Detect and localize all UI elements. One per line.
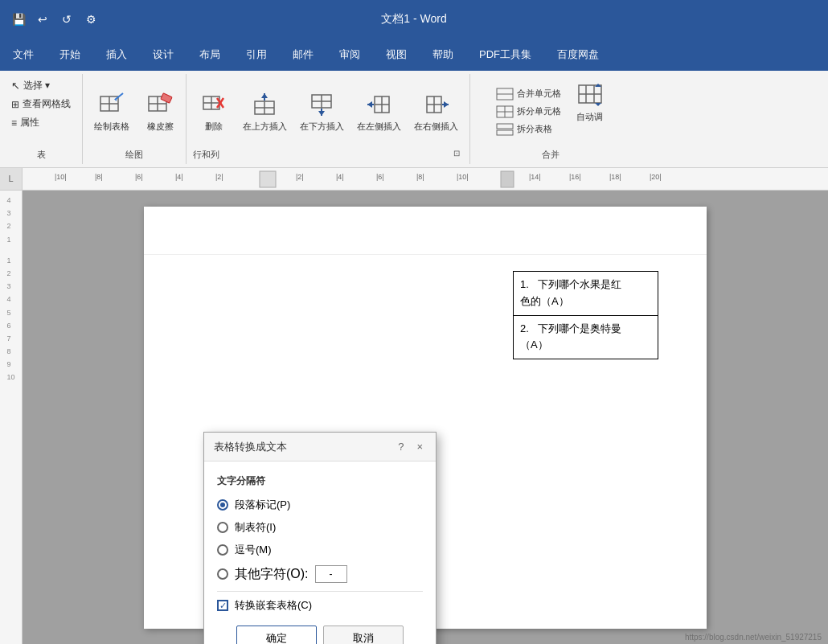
- dialog-close-btn[interactable]: ×: [413, 439, 426, 454]
- menu-reference[interactable]: 引用: [233, 39, 280, 71]
- menu-design[interactable]: 设计: [140, 39, 187, 71]
- dialog-controls: ? ×: [395, 439, 426, 454]
- svg-text:|20|: |20|: [650, 173, 662, 181]
- horizontal-ruler: |10| |8| |6| |4| |2| |2| |4| |6| |8| |10…: [23, 168, 828, 190]
- dialog-ok-btn[interactable]: 确定: [236, 626, 317, 644]
- dialog-titlebar: 表格转换成文本 ? ×: [204, 433, 436, 461]
- ribbon: ↖ 选择 ▾ ⊞ 查看网格线 ≡ 属性 表: [0, 71, 828, 168]
- svg-text:|2|: |2|: [215, 173, 223, 181]
- cursor-icon: ↖: [11, 80, 20, 92]
- title-left-controls: 💾 ↩ ↺ ⚙: [0, 10, 109, 28]
- rows-dialog-launcher[interactable]: ⊡: [453, 149, 463, 158]
- svg-text:|14|: |14|: [529, 173, 541, 181]
- dialog-body: 文字分隔符 段落标记(P) 制表符(I) 逗号(M): [204, 461, 436, 644]
- ribbon-group-merge-label: 合并: [542, 146, 560, 161]
- menu-view[interactable]: 视图: [373, 39, 420, 71]
- svg-text:|2|: |2|: [296, 173, 304, 181]
- ribbon-draw-table-btn[interactable]: 绘制表格: [89, 87, 134, 136]
- menu-file[interactable]: 文件: [0, 39, 47, 71]
- undo-icon[interactable]: ↩: [34, 10, 51, 28]
- autofit-label: 自动调: [576, 111, 603, 123]
- save-icon[interactable]: 💾: [10, 10, 27, 28]
- menu-insert[interactable]: 插入: [93, 39, 140, 71]
- ribbon-group-table-label: 表: [37, 146, 46, 161]
- radio-other-circle[interactable]: [217, 568, 228, 580]
- ruler-bar: L |10| |8| |6| |4| |2| |2| |4| |6| |8| |…: [0, 168, 828, 191]
- ribbon-split-cells-btn[interactable]: 拆分单元格: [491, 104, 566, 120]
- radio-comma-label: 逗号(M): [235, 543, 272, 557]
- radio-comma-circle: [217, 544, 228, 556]
- svg-text:|6|: |6|: [135, 173, 143, 181]
- draw-table-icon: [97, 90, 126, 119]
- radio-paragraph-label: 段落标记(P): [235, 498, 290, 512]
- ribbon-insert-above-btn[interactable]: 在上方插入: [238, 87, 292, 136]
- ribbon-autofit-btn[interactable]: 自动调: [569, 77, 611, 126]
- svg-marker-46: [595, 103, 601, 106]
- dialog-divider: [217, 591, 423, 592]
- ribbon-insert-right-btn[interactable]: 在右侧插入: [409, 87, 463, 136]
- ribbon-content: ↖ 选择 ▾ ⊞ 查看网格线 ≡ 属性 表: [0, 71, 828, 167]
- redo-icon[interactable]: ↺: [58, 10, 76, 28]
- checkbox-nested-label: 转换嵌套表格(C): [235, 598, 312, 613]
- ribbon-group-table: ↖ 选择 ▾ ⊞ 查看网格线 ≡ 属性 表: [0, 74, 83, 164]
- dialog-cancel-btn[interactable]: 取消: [323, 626, 404, 644]
- menu-mail[interactable]: 邮件: [280, 39, 326, 71]
- table-cell-2: 2. 下列哪个是奥特曼（A）: [514, 315, 658, 359]
- insert-above-label: 在上方插入: [243, 121, 287, 133]
- menu-help[interactable]: 帮助: [420, 39, 466, 71]
- dialog-help-btn[interactable]: ?: [395, 439, 407, 454]
- menu-home[interactable]: 开始: [47, 39, 93, 71]
- ribbon-gridlines-btn[interactable]: ⊞ 查看网格线: [6, 96, 76, 113]
- ribbon-merge-cells-btn[interactable]: 合并单元格: [491, 86, 566, 102]
- table-row: 1. 下列哪个水果是红色的（A）: [514, 272, 658, 316]
- menu-review[interactable]: 审阅: [326, 39, 373, 71]
- ribbon-insert-below-btn[interactable]: 在下方插入: [295, 87, 349, 136]
- customize-icon[interactable]: ⚙: [82, 10, 100, 28]
- split-cells-label: 拆分单元格: [517, 105, 561, 117]
- table-row: 2. 下列哪个是奥特曼（A）: [514, 315, 658, 359]
- insert-right-label: 在右侧插入: [414, 121, 458, 133]
- props-icon: ≡: [11, 117, 17, 129]
- radio-other-row: 其他字符(O):: [217, 565, 423, 583]
- ribbon-group-draw: 绘制表格 橡皮擦 绘图: [83, 74, 187, 164]
- menu-pdf[interactable]: PDF工具集: [466, 39, 544, 71]
- ribbon-properties-btn[interactable]: ≡ 属性: [6, 114, 44, 131]
- other-char-input[interactable]: [315, 565, 347, 583]
- merge-cells-label: 合并单元格: [517, 88, 561, 100]
- insert-below-label: 在下方插入: [300, 121, 344, 133]
- svg-text:|8|: |8|: [95, 173, 103, 181]
- ribbon-insert-left-btn[interactable]: 在左侧插入: [352, 87, 406, 136]
- ribbon-split-table-btn[interactable]: 拆分表格: [491, 121, 566, 137]
- ribbon-group-draw-label: 绘图: [125, 146, 143, 161]
- document-area[interactable]: 1. 下列哪个水果是红色的（A） 2. 下列哪个是奥特曼（A） 表格转换成文本 …: [23, 191, 828, 644]
- delete-label: 删除: [205, 121, 223, 133]
- radio-paragraph[interactable]: 段落标记(P): [217, 498, 423, 512]
- svg-rect-39: [497, 124, 513, 129]
- radio-tab-circle: [217, 522, 228, 533]
- radio-tab[interactable]: 制表符(I): [217, 520, 423, 535]
- checkbox-nested-icon: [217, 600, 228, 611]
- insert-left-label: 在左侧插入: [357, 121, 401, 133]
- ribbon-delete-btn[interactable]: 删除: [193, 87, 235, 136]
- menu-layout[interactable]: 布局: [187, 39, 233, 71]
- menu-bar: 文件 开始 插入 设计 布局 引用 邮件 审阅 视图 帮助 PDF工具集 百度网…: [0, 39, 828, 71]
- split-table-label: 拆分表格: [517, 123, 552, 135]
- checkbox-nested-table[interactable]: 转换嵌套表格(C): [217, 598, 423, 613]
- svg-text:|10|: |10|: [55, 173, 67, 181]
- ribbon-eraser-btn[interactable]: 橡皮擦: [141, 87, 179, 136]
- ruler-corner[interactable]: L: [0, 168, 23, 191]
- menu-baidu[interactable]: 百度网盘: [544, 39, 612, 71]
- insert-below-icon: [308, 90, 337, 119]
- merge-left-col: 合并单元格 拆分单元格: [491, 86, 566, 137]
- draw-table-label: 绘制表格: [94, 121, 129, 133]
- table-to-text-dialog: 表格转换成文本 ? × 文字分隔符 段落标记(P) 制表符(I): [203, 432, 437, 644]
- ribbon-group-rows-label: 行和列: [193, 146, 219, 161]
- radio-other-label: 其他字符(O):: [235, 566, 309, 583]
- radio-paragraph-circle: [217, 499, 228, 511]
- ribbon-select-btn[interactable]: ↖ 选择 ▾: [6, 77, 55, 94]
- radio-comma[interactable]: 逗号(M): [217, 543, 423, 557]
- grid-icon: ⊞: [11, 99, 19, 110]
- svg-rect-53: [260, 171, 276, 187]
- insert-right-icon: [422, 90, 451, 119]
- title-bar: 💾 ↩ ↺ ⚙ 文档1 - Word: [0, 0, 828, 39]
